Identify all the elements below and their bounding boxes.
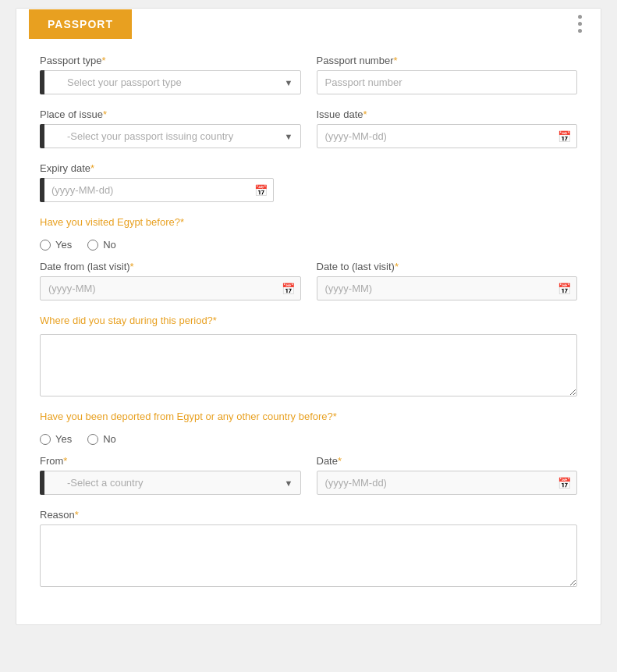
date-to-wrapper: 📅 <box>317 276 578 300</box>
radio-deported-no[interactable] <box>87 434 98 445</box>
expiry-date-input[interactable] <box>40 178 274 202</box>
place-of-issue-select[interactable]: -Select your passport issuing country <box>40 124 301 148</box>
radio-group-deported: Yes No <box>40 433 577 449</box>
row-date-from-to: Date from (last visit)* 📅 Date to (last … <box>40 261 577 300</box>
radio-visited-yes[interactable] <box>40 240 51 251</box>
from-country-select[interactable]: -Select a country <box>40 471 301 495</box>
dot-1 <box>578 15 582 19</box>
row-expiry-date: Expiry date* 📅 <box>40 162 577 202</box>
passport-type-select-wrapper: Select your passport type ▼ <box>40 70 301 94</box>
group-expiry-date: Expiry date* 📅 <box>40 162 274 202</box>
radio-visited-yes-label[interactable]: Yes <box>40 239 72 251</box>
form-body: Passport type* Select your passport type… <box>16 39 601 624</box>
card-header: PASSPORT <box>16 9 601 39</box>
label-date-to: Date to (last visit)* <box>317 261 578 272</box>
radio-deported-no-label[interactable]: No <box>87 433 116 445</box>
group-deported: Have you been deported from Egypt or any… <box>40 411 577 449</box>
reason-textarea[interactable] <box>40 524 577 587</box>
passport-card: PASSPORT Passport type* Sel <box>16 8 601 625</box>
label-passport-type: Passport type* <box>40 55 301 66</box>
select-bar-place <box>40 124 44 148</box>
radio-group-visited: Yes No <box>40 239 577 254</box>
deport-date-wrapper: 📅 <box>317 471 578 495</box>
group-place-of-issue: Place of issue* -Select your passport is… <box>40 108 301 148</box>
page-wrapper: PASSPORT Passport type* Sel <box>0 0 617 672</box>
date-from-input[interactable] <box>40 276 301 300</box>
row-visited-egypt: Have you visited Egypt before?* Yes No <box>40 216 577 254</box>
label-place-of-issue: Place of issue* <box>40 108 301 120</box>
label-issue-date: Issue date* <box>317 108 578 120</box>
radio-deported-yes[interactable] <box>40 434 51 445</box>
issue-date-input[interactable] <box>317 124 578 148</box>
passport-type-select[interactable]: Select your passport type <box>40 70 301 94</box>
radio-deported-yes-label[interactable]: Yes <box>40 433 72 445</box>
label-expiry-date: Expiry date* <box>40 162 274 174</box>
row-from-date: From* -Select a country ▼ Date* <box>40 455 577 495</box>
label-reason: Reason* <box>40 509 577 521</box>
group-passport-type: Passport type* Select your passport type… <box>40 55 301 94</box>
label-from-country: From* <box>40 455 301 467</box>
group-from-country: From* -Select a country ▼ <box>40 455 301 495</box>
group-deport-date: Date* 📅 <box>317 455 578 495</box>
row-deported: Have you been deported from Egypt or any… <box>40 411 577 449</box>
header-title-block: PASSPORT <box>29 9 132 39</box>
row-reason: Reason* <box>40 509 577 587</box>
row-passport-type-number: Passport type* Select your passport type… <box>40 55 577 94</box>
dot-3 <box>578 29 582 33</box>
radio-visited-no[interactable] <box>87 240 98 251</box>
dot-2 <box>578 22 582 26</box>
radio-visited-no-label[interactable]: No <box>87 239 116 251</box>
group-date-to: Date to (last visit)* 📅 <box>317 261 578 300</box>
label-deport-date: Date* <box>317 455 578 467</box>
select-bar <box>40 70 44 94</box>
group-issue-date: Issue date* 📅 <box>317 108 578 148</box>
select-bar-from <box>40 471 44 495</box>
row-place-issue-date: Place of issue* -Select your passport is… <box>40 108 577 148</box>
from-country-select-wrapper: -Select a country ▼ <box>40 471 301 495</box>
date-from-wrapper: 📅 <box>40 276 301 300</box>
place-of-issue-select-wrapper: -Select your passport issuing country ▼ <box>40 124 301 148</box>
passport-number-input[interactable] <box>317 70 578 94</box>
label-date-from: Date from (last visit)* <box>40 261 301 272</box>
group-where-stayed: Where did you stay during this period?* <box>40 315 577 396</box>
date-to-input[interactable] <box>317 276 578 300</box>
deport-date-input[interactable] <box>317 471 578 495</box>
issue-date-wrapper: 📅 <box>317 124 578 148</box>
group-date-from: Date from (last visit)* 📅 <box>40 261 301 300</box>
row-where-stayed: Where did you stay during this period?* <box>40 315 577 396</box>
group-passport-number: Passport number* <box>317 55 578 94</box>
group-reason: Reason* <box>40 509 577 587</box>
label-deported: Have you been deported from Egypt or any… <box>40 411 577 422</box>
expiry-date-wrapper: 📅 <box>40 178 274 202</box>
label-where-stayed: Where did you stay during this period?* <box>40 315 577 326</box>
label-passport-number: Passport number* <box>317 55 578 66</box>
label-visited-egypt: Have you visited Egypt before?* <box>40 216 577 228</box>
dots-menu[interactable] <box>572 9 588 39</box>
where-stayed-textarea[interactable] <box>40 334 577 396</box>
input-bar-expiry <box>40 178 44 202</box>
section-title: PASSPORT <box>48 18 113 30</box>
group-visited-egypt: Have you visited Egypt before?* Yes No <box>40 216 577 254</box>
